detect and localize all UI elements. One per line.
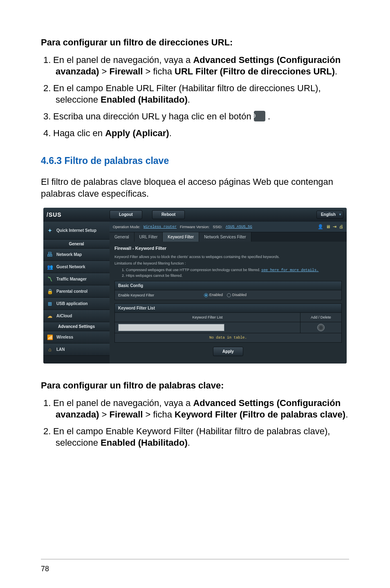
page-divider (41, 559, 349, 559)
enable-row: Enable Keyword Filter Enabled Disabled (114, 290, 342, 300)
list-item: 4.Haga clic en Apply (Aplicar). (41, 128, 349, 139)
keyword-list-bar: Keyword Filter List (114, 303, 342, 313)
usb-status-icon[interactable]: ⇥ (333, 224, 336, 229)
sidebar-item-aicloud[interactable]: ☁AiCloud (43, 310, 110, 322)
panel: Firewall - Keyword Filter Keyword Filter… (110, 242, 347, 364)
page-number: 78 (41, 565, 49, 573)
tab-network-services-filter[interactable]: Network Services Filter (199, 232, 251, 242)
sidebar-item-label: LAN (56, 347, 65, 352)
see-here-link[interactable]: see here for more details. (261, 268, 318, 272)
wifi-icon: 📶 (47, 334, 53, 341)
list-item: 3.Escriba una dirección URL y haga clic … (41, 111, 349, 123)
radio-disabled[interactable] (227, 293, 231, 297)
ssid-link[interactable]: ASUS ASUS_5G (226, 225, 252, 229)
op-mode-link[interactable]: Wireless router (143, 225, 177, 229)
sidebar-section-advanced: Advanced Settings (43, 322, 110, 331)
radio-enabled-label: Enabled (209, 293, 223, 297)
op-mode-label: Operation Mode: (113, 225, 140, 229)
sidebar-item-wireless[interactable]: 📶Wireless (43, 331, 110, 343)
col-keyword: Keyword Filter List (115, 313, 300, 322)
info-bar: Operation Mode: Wireless router Firmware… (110, 222, 347, 232)
devices-icon[interactable]: 🖥 (326, 224, 330, 229)
sidebar-item-traffic-manager[interactable]: 〽Traffic Manager (43, 273, 110, 285)
router-admin-screenshot: /SUS Logout Reboot English ✦ Quick Inter… (43, 208, 347, 364)
printer-icon[interactable]: 🖨 (339, 224, 343, 229)
table-head: Keyword Filter List Add / Delete (114, 313, 342, 322)
list-item: 1.En el panel de navegación, vaya a Adva… (41, 54, 349, 78)
sidebar-item-label: Guest Network (56, 265, 85, 269)
tab-general[interactable]: General (110, 232, 134, 242)
user-icon[interactable]: 👤 (318, 224, 323, 229)
users-icon: 👥 (47, 264, 53, 270)
list-item: 2.En el campo Enable Keyword Filter (Hab… (41, 426, 349, 449)
no-data-row: No data in table. (114, 333, 342, 343)
sidebar-item-parental-control[interactable]: 🔒Parental control (43, 285, 110, 298)
section-heading-1: Para configurar un filtro de direcciones… (41, 37, 349, 49)
wand-icon: ✦ (47, 227, 53, 234)
list-item: 2.En el campo Enable URL Filter (Habilit… (41, 83, 349, 106)
sidebar-item-label: Network Map (56, 252, 82, 257)
home-icon: ⌂ (47, 346, 53, 353)
language-select[interactable]: English (316, 211, 343, 219)
tab-keyword-filter[interactable]: Keyword Filter (163, 232, 199, 242)
sidebar-item-network-map[interactable]: 品Network Map (43, 249, 110, 261)
plus-circle-icon: ⊕ (254, 111, 265, 121)
ordered-list-2: 1.En el panel de navegación, vaya a Adva… (41, 397, 349, 449)
tab-bar: General URL Filter Keyword Filter Networ… (110, 232, 347, 242)
tab-url-filter[interactable]: URL Filter (134, 232, 163, 242)
panel-title: Firewall - Keyword Filter (114, 246, 342, 251)
status-icons: 👤 🖥 ⇥ 🖨 (318, 224, 343, 229)
sidebar-item-label: USB application (56, 301, 88, 306)
keyword-input[interactable] (118, 324, 224, 331)
col-add-delete: Add / Delete (300, 313, 341, 322)
radio-enabled[interactable] (204, 293, 208, 297)
basic-config-bar: Basic Config (114, 281, 342, 290)
sidebar-section-general: General (43, 240, 110, 249)
add-button[interactable]: ⊕ (317, 324, 325, 331)
network-icon: 品 (47, 251, 53, 258)
firmware-label: Firmware Version: (180, 225, 210, 229)
list-item-text: Haga clic en Apply (Aplicar). (53, 128, 172, 138)
sidebar-item-label: Traffic Manager (56, 277, 87, 281)
traffic-icon: 〽 (47, 276, 53, 283)
apply-button[interactable]: Apply (213, 347, 243, 356)
panel-limitations: Limitations of the keyword filtering fun… (114, 261, 342, 265)
router-top-bar: /SUS Logout Reboot English (43, 208, 347, 222)
lock-icon: 🔒 (47, 288, 53, 295)
radio-disabled-label: Disabled (232, 293, 247, 297)
sidebar-item-lan[interactable]: ⌂LAN (43, 343, 110, 356)
list-item: 1.En el panel de navegación, vaya a Adva… (41, 397, 349, 421)
list-item-text: En el campo Enable URL Filter (Habilitar… (53, 83, 321, 105)
limitation-1: 1. Compressed webpages that use HTTP com… (122, 268, 260, 272)
list-item-text: En el panel de navegación, vaya a Advanc… (53, 398, 348, 420)
subsection-heading: 4.6.3 Filtro de palabras clave (41, 155, 349, 166)
list-item-text: En el campo Enable Keyword Filter (Habil… (53, 426, 330, 448)
ordered-list-1: 1.En el panel de navegación, vaya a Adva… (41, 54, 349, 139)
sidebar-item-label: Parental control (56, 289, 87, 294)
reboot-button[interactable]: Reboot (152, 210, 185, 219)
sidebar: ✦ Quick Internet Setup General 品Network … (43, 222, 110, 364)
panel-limitations-list: 1. Compressed webpages that use HTTP com… (114, 268, 342, 278)
sidebar-item-label: Quick Internet Setup (56, 228, 96, 233)
sidebar-item-usb-application[interactable]: ⊞USB application (43, 298, 110, 310)
limitation-2: 2. Https webpages cannot be filtered. (122, 274, 342, 278)
section-heading-2: Para configurar un filtro de palabras cl… (41, 380, 349, 392)
router-main: Operation Mode: Wireless router Firmware… (110, 222, 347, 364)
panel-desc: Keyword Filter allows you to block the c… (114, 255, 342, 259)
list-item-text: En el panel de navegación, vaya a Advanc… (53, 55, 341, 77)
usb-icon: ⊞ (47, 301, 53, 307)
cloud-icon: ☁ (47, 313, 53, 319)
sidebar-item-label: AiCloud (56, 314, 72, 318)
sidebar-item-label: Wireless (56, 335, 73, 339)
sidebar-item-guest-network[interactable]: 👥Guest Network (43, 261, 110, 273)
enable-label: Enable Keyword Filter (118, 293, 204, 297)
subsection-paragraph: El filtro de palabras clave bloquea el a… (41, 176, 349, 200)
brand-logo: /SUS (47, 211, 110, 218)
list-item-text: Escriba una dirección URL y haga clic en… (53, 111, 270, 121)
table-input-row: ⊕ (114, 322, 342, 333)
sidebar-item-qis[interactable]: ✦ Quick Internet Setup (43, 222, 110, 240)
ssid-label: SSID: (213, 225, 223, 229)
logout-button[interactable]: Logout (110, 210, 142, 219)
